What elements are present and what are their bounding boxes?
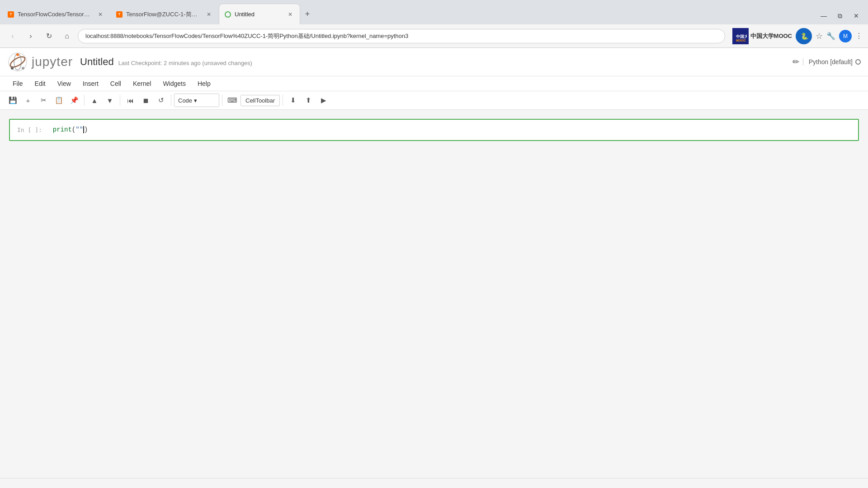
tab-2-label: TensorFlow@ZUCC-1-简明Pyt... (126, 10, 201, 19)
menu-help[interactable]: Help (192, 78, 216, 89)
cell-type-label: Code (178, 97, 192, 104)
url-bar[interactable]: localhost:8888/notebooks/TensorFlowCodes… (78, 29, 725, 43)
tab-bar: T TensorFlowCodes/TensorFlow... ✕ T Tens… (0, 0, 868, 24)
present-button[interactable]: ▶ (316, 93, 331, 108)
cell-inner: In [ ]: print("") (10, 120, 858, 140)
celltoolbar-button[interactable]: CellToolbar (241, 95, 280, 106)
edit-icon[interactable]: ✏ (793, 57, 799, 67)
kernel-indicator: Python [default] (803, 58, 861, 66)
svg-point-11 (22, 67, 24, 70)
tab-1[interactable]: T TensorFlowCodes/TensorFlow... ✕ (2, 4, 110, 24)
toolbar-sep-3 (171, 95, 171, 106)
minimize-button[interactable]: — (817, 9, 830, 22)
jupyter-logo: jupyter (7, 52, 73, 72)
cell-prompt: In [ ]: (10, 125, 49, 135)
reload-button[interactable]: ↻ (42, 29, 56, 43)
mooc-text: 中国大学MOOC (750, 32, 792, 40)
menu-edit[interactable]: Edit (29, 78, 51, 89)
insert-cell-button[interactable]: + (21, 93, 35, 108)
copy-button[interactable]: 📋 (52, 93, 66, 108)
menu-file[interactable]: File (7, 78, 28, 89)
keyboard-shortcut-button[interactable]: ⌨ (225, 93, 240, 108)
new-tab-button[interactable]: + (300, 7, 315, 21)
window-controls: — ⧉ ✕ (817, 4, 868, 24)
paste-button[interactable]: 📌 (67, 93, 81, 108)
cell-type-select[interactable]: Code ▾ (174, 94, 219, 107)
mooc-logo: 中国大学 MOOC 中国大学MOOC (732, 28, 792, 44)
browser-frame: T TensorFlowCodes/TensorFlow... ✕ T Tens… (0, 0, 868, 488)
jupyter-logo-icon (7, 52, 28, 72)
back-button[interactable]: ‹ (5, 29, 20, 43)
checkpoint-text: Last Checkpoint: 2 minutes ago (unsaved … (118, 60, 252, 66)
tab-2-favicon: T (116, 11, 123, 18)
tab-1-label: TensorFlowCodes/TensorFlow... (18, 11, 93, 18)
tab-3-label: Untitled (235, 11, 283, 18)
move-up-button[interactable]: ▲ (87, 93, 102, 108)
svg-text:中国大学: 中国大学 (736, 34, 747, 39)
tab-3-close[interactable]: ✕ (286, 10, 294, 19)
toolbar-sep-4 (222, 95, 222, 106)
menu-widgets[interactable]: Widgets (157, 78, 191, 89)
tab-3-favicon (225, 11, 231, 18)
jupyter-header: jupyter Untitled Last Checkpoint: 2 minu… (0, 48, 868, 76)
save-button[interactable]: 💾 (5, 93, 20, 108)
address-bar: ‹ › ↻ ⌂ localhost:8888/notebooks/TensorF… (0, 24, 868, 48)
code-content: print("") (53, 126, 88, 133)
browser-menu-button[interactable]: ⋮ (855, 32, 863, 40)
menu-cell[interactable]: Cell (105, 78, 127, 89)
cell-type-chevron: ▾ (194, 97, 197, 104)
jupyter-logo-text: jupyter (32, 55, 73, 69)
browser-right-area: 中国大学 MOOC 中国大学MOOC 🐍 ☆ 🔧 M ⋮ (732, 28, 863, 44)
notebook-title-area: Untitled Last Checkpoint: 2 minutes ago … (80, 56, 252, 68)
close-button[interactable]: ✕ (850, 9, 863, 22)
toolbar-sep-2 (120, 95, 120, 106)
toolbar: 💾 + ✂ 📋 📌 ▲ ▼ ⏮ ⏹ ↺ Code (0, 91, 868, 110)
cut-button[interactable]: ✂ (36, 93, 51, 108)
mooc-logo-icon: 中国大学 MOOC (732, 28, 749, 44)
forward-button[interactable]: › (24, 29, 38, 43)
to-beginning-button[interactable]: ⏮ (123, 93, 137, 108)
tab-2[interactable]: T TensorFlow@ZUCC-1-简明Pyt... ✕ (110, 4, 219, 24)
status-bar (0, 478, 868, 488)
cell-input[interactable]: print("") (49, 123, 858, 136)
kernel-name: Python [default] (809, 58, 853, 66)
python-logo: 🐍 (796, 28, 812, 44)
menu-insert[interactable]: Insert (77, 78, 104, 89)
restart-button[interactable]: ↺ (154, 93, 168, 108)
tab-1-favicon: T (8, 11, 14, 18)
tab-1-close[interactable]: ✕ (96, 10, 104, 19)
toolbar-sep-1 (84, 95, 85, 106)
kernel-status-circle (855, 59, 861, 65)
svg-point-9 (16, 53, 19, 56)
url-text: localhost:8888/notebooks/TensorFlowCodes… (85, 32, 408, 40)
svg-point-10 (11, 67, 14, 70)
user-avatar[interactable]: M (839, 30, 852, 42)
svg-text:MOOC: MOOC (736, 39, 746, 42)
stop-button[interactable]: ⏹ (138, 93, 153, 108)
jupyter-header-right: ✏ Python [default] (793, 57, 861, 67)
code-cell[interactable]: In [ ]: print("") (9, 119, 859, 141)
notebook-area: In [ ]: print("") (0, 110, 868, 478)
extension-icon[interactable]: 🔧 (826, 32, 835, 40)
jupyter-content: jupyter Untitled Last Checkpoint: 2 minu… (0, 48, 868, 488)
menu-bar: File Edit View Insert Cell Kernel Widget… (0, 76, 868, 91)
move-down-button[interactable]: ▼ (103, 93, 117, 108)
notebook-title[interactable]: Untitled (80, 56, 114, 68)
maximize-button[interactable]: ⧉ (834, 9, 846, 22)
tab-3[interactable]: Untitled ✕ (219, 4, 300, 24)
svg-text:🐍: 🐍 (801, 33, 809, 40)
menu-kernel[interactable]: Kernel (127, 78, 156, 89)
home-button[interactable]: ⌂ (60, 29, 74, 43)
tab-2-close[interactable]: ✕ (205, 10, 213, 19)
menu-view[interactable]: View (52, 78, 76, 89)
svg-point-7 (14, 54, 21, 70)
toolbar-sep-5 (283, 95, 283, 106)
bookmark-button[interactable]: ☆ (816, 31, 823, 41)
download-button[interactable]: ⬇ (286, 93, 300, 108)
upload-button[interactable]: ⬆ (301, 93, 316, 108)
